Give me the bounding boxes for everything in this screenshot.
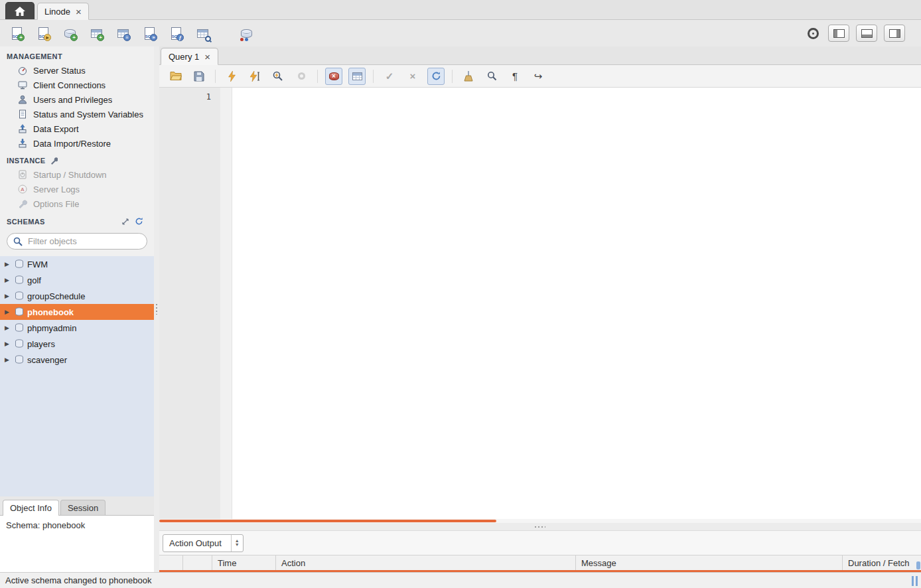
lightning-cursor-icon bbox=[250, 71, 260, 82]
beautify-button[interactable] bbox=[460, 68, 477, 85]
toolbar-separator bbox=[215, 70, 216, 83]
limit-rows-toggle[interactable] bbox=[348, 68, 366, 85]
create-schema-button[interactable]: + bbox=[61, 25, 78, 42]
create-procedure-button[interactable]: SQL » bbox=[141, 25, 158, 42]
sidebar-info-tabs: Object Info Session bbox=[0, 496, 154, 515]
status-text: Active schema changed to phonebook bbox=[5, 575, 151, 585]
open-sql-script-button[interactable]: SQL ▸ bbox=[35, 25, 52, 42]
stop-on-error-toggle[interactable] bbox=[325, 68, 342, 85]
management-section-title: MANAGEMENT bbox=[0, 46, 154, 63]
toggle-right-panel-button[interactable] bbox=[884, 25, 905, 42]
create-view-button[interactable]: ≡ bbox=[114, 25, 131, 42]
execute-current-statement-button[interactable] bbox=[246, 68, 263, 85]
sidebar-item-data-export[interactable]: Data Export bbox=[0, 121, 154, 136]
expand-arrow-icon[interactable]: ▶ bbox=[5, 277, 11, 283]
schema-item-phpmyadmin[interactable]: ▶ phpmyadmin bbox=[0, 320, 154, 336]
expand-arrow-icon[interactable]: ▶ bbox=[5, 340, 11, 347]
sidebar-item-label: Client Connections bbox=[33, 80, 106, 90]
schema-item-fwm[interactable]: ▶ FWM bbox=[0, 256, 154, 272]
select-spinner-icon[interactable]: ▲▼ bbox=[231, 535, 243, 551]
rollback-button[interactable]: × bbox=[404, 68, 421, 85]
schema-item-players[interactable]: ▶ players bbox=[0, 336, 154, 352]
tab-object-info[interactable]: Object Info bbox=[3, 500, 59, 516]
wrap-text-toggle[interactable]: ↪ bbox=[530, 68, 547, 85]
scrollbar-thumb[interactable] bbox=[159, 520, 496, 522]
sidebar-item-options-file[interactable]: Options File bbox=[0, 196, 154, 211]
blue-dot-icon bbox=[245, 38, 248, 41]
sidebar-item-startup-shutdown[interactable]: Startup / Shutdown bbox=[0, 167, 154, 182]
tab-query-1[interactable]: Query 1 × bbox=[161, 48, 218, 65]
plus-badge-icon: + bbox=[97, 34, 104, 41]
code-folding-gutter bbox=[220, 88, 232, 519]
sql-editor[interactable]: 1 bbox=[159, 88, 921, 519]
output-type-select[interactable]: Action Output ▲▼ bbox=[163, 534, 244, 552]
editor-horizontal-scrollbar[interactable] bbox=[159, 519, 921, 523]
autocommit-toggle[interactable] bbox=[427, 68, 445, 85]
output-vertical-scrollbar[interactable] bbox=[916, 561, 920, 569]
search-icon bbox=[487, 71, 497, 81]
stop-button[interactable] bbox=[293, 68, 310, 85]
sidebar-item-server-status[interactable]: Server Status bbox=[0, 63, 154, 78]
line-number-gutter: 1 bbox=[159, 88, 220, 519]
expand-panel-icon[interactable] bbox=[121, 218, 129, 226]
create-function-button[interactable]: SQL ƒ bbox=[167, 25, 184, 42]
view-badge-icon: ≡ bbox=[123, 34, 131, 41]
pilcrow-icon: ¶ bbox=[512, 71, 518, 81]
expand-arrow-icon[interactable]: ▶ bbox=[5, 309, 11, 315]
tab-session[interactable]: Session bbox=[60, 500, 106, 515]
connection-tab[interactable]: Linode × bbox=[37, 3, 89, 20]
schema-label: golf bbox=[27, 275, 41, 285]
schema-icon bbox=[15, 339, 24, 348]
commit-button[interactable]: ✓ bbox=[381, 68, 398, 85]
execute-button[interactable] bbox=[223, 68, 240, 85]
schema-label: phonebook bbox=[27, 307, 74, 317]
line-number: 1 bbox=[206, 92, 211, 102]
navigator-sidebar: MANAGEMENT Server Status Client Connecti… bbox=[0, 46, 154, 572]
expand-arrow-icon[interactable]: ▶ bbox=[5, 261, 11, 267]
create-table-button[interactable]: + bbox=[88, 25, 105, 42]
find-button[interactable] bbox=[483, 68, 500, 85]
options-wrench-icon bbox=[17, 198, 28, 209]
schema-icon bbox=[15, 259, 24, 269]
sidebar-item-system-variables[interactable]: Status and System Variables bbox=[0, 107, 154, 121]
expand-arrow-icon[interactable]: ▶ bbox=[5, 293, 11, 299]
refresh-icon[interactable] bbox=[135, 217, 143, 226]
schema-item-phonebook[interactable]: ▶ phonebook bbox=[0, 304, 154, 320]
sidebar-item-client-connections[interactable]: Client Connections bbox=[0, 78, 154, 92]
schema-item-groupschedule[interactable]: ▶ groupSchedule bbox=[0, 288, 154, 304]
sql-editor-toolbar: ✓ × ¶ ↪ bbox=[159, 65, 921, 88]
wrap-arrow-icon: ↪ bbox=[534, 71, 543, 81]
close-tab-icon[interactable]: × bbox=[76, 7, 82, 17]
left-panel-icon bbox=[833, 29, 845, 38]
schema-item-scavenger[interactable]: ▶ scavenger bbox=[0, 352, 154, 368]
open-script-button[interactable] bbox=[167, 68, 184, 85]
output-type-label: Action Output bbox=[169, 538, 231, 548]
sidebar-item-users-privileges[interactable]: Users and Privileges bbox=[0, 92, 154, 107]
sidebar-item-data-import[interactable]: Data Import/Restore bbox=[0, 136, 154, 151]
expand-arrow-icon[interactable]: ▶ bbox=[5, 325, 11, 331]
toggle-left-panel-button[interactable] bbox=[828, 25, 849, 42]
sidebar-item-server-logs[interactable]: A Server Logs bbox=[0, 182, 154, 196]
reconnect-dbms-button[interactable] bbox=[238, 25, 255, 42]
sidebar-splitter[interactable] bbox=[154, 46, 159, 572]
right-panel-icon bbox=[889, 29, 900, 38]
explain-button[interactable] bbox=[269, 68, 287, 85]
schema-item-golf[interactable]: ▶ golf bbox=[0, 272, 154, 288]
schema-icon bbox=[15, 275, 24, 285]
close-query-tab-icon[interactable]: × bbox=[204, 52, 210, 62]
new-sql-tab-button[interactable]: SQL + bbox=[8, 25, 25, 42]
system-variables-icon bbox=[17, 109, 28, 119]
save-script-button[interactable] bbox=[190, 68, 208, 85]
output-splitter[interactable] bbox=[159, 523, 921, 530]
resize-grip[interactable] bbox=[912, 576, 919, 586]
data-import-icon bbox=[17, 138, 28, 149]
sidebar-item-label: Options File bbox=[33, 199, 79, 209]
toggle-bottom-panel-button[interactable] bbox=[856, 25, 877, 42]
schema-icon bbox=[15, 291, 24, 301]
expand-arrow-icon[interactable]: ▶ bbox=[5, 356, 11, 363]
search-table-data-button[interactable] bbox=[194, 25, 211, 42]
code-area[interactable] bbox=[232, 88, 921, 519]
home-tab[interactable] bbox=[5, 2, 35, 19]
show-invisibles-toggle[interactable]: ¶ bbox=[506, 68, 524, 85]
schema-filter-input[interactable] bbox=[27, 236, 141, 247]
